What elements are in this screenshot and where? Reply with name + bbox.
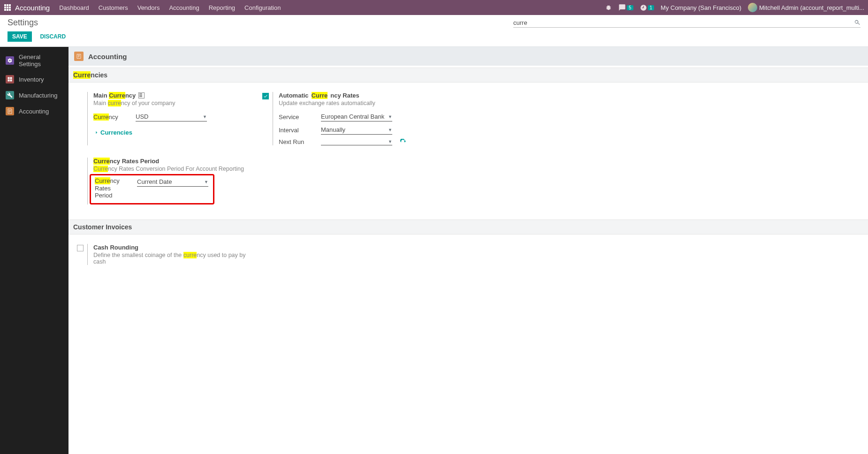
sidebar-item-inventory[interactable]: Inventory: [0, 71, 69, 87]
main-currency-title: Main Currency: [93, 92, 259, 99]
avatar-icon: [748, 3, 757, 12]
sidebar-label-general: General Settings: [19, 53, 63, 68]
cash-rounding-checkbox[interactable]: [77, 245, 84, 251]
nav-configuration[interactable]: Configuration: [244, 4, 281, 11]
sidebar-label-inventory: Inventory: [19, 76, 44, 83]
chevron-down-icon: ▼: [388, 139, 392, 144]
auto-rates-title: Automatic Currency Rates: [279, 92, 461, 99]
chevron-down-icon: ▼: [204, 180, 208, 184]
nav-vendors[interactable]: Vendors: [137, 4, 160, 11]
app-brand[interactable]: Accounting: [15, 4, 50, 12]
service-select[interactable]: European Central Bank ▼: [321, 112, 392, 121]
settings-content: Accounting Currencies Main Currency Main…: [69, 47, 868, 454]
top-navbar: Accounting Dashboard Customers Vendors A…: [0, 0, 868, 15]
user-menu[interactable]: Mitchell Admin (account_report_multi...: [748, 3, 864, 12]
nav-customers[interactable]: Customers: [99, 4, 128, 11]
discard-button[interactable]: DISCARD: [35, 31, 70, 42]
boxes-icon: [6, 75, 14, 83]
auto-rates-desc: Update exchange rates automatically: [279, 100, 461, 106]
interval-select[interactable]: Manually ▼: [321, 125, 392, 135]
activities-badge: 1: [648, 5, 655, 10]
company-switcher[interactable]: My Company (San Francisco): [661, 4, 741, 11]
main-currency-desc: Main currency of your company: [93, 100, 259, 106]
control-panel: Settings SAVE DISCARD: [0, 15, 868, 47]
setting-auto-currency-rates: Automatic Currency Rates Update exchange…: [259, 90, 461, 147]
save-button[interactable]: SAVE: [8, 31, 32, 42]
section-currencies: Currencies: [69, 68, 868, 83]
rates-period-highlighted-field: CurrencyRates Period Current Date ▼: [90, 174, 214, 204]
ledger-icon: [6, 107, 14, 115]
rates-period-desc: Currency Rates Conversion Period For Acc…: [93, 166, 259, 172]
cash-rounding-title: Cash Rounding: [93, 244, 259, 251]
chevron-down-icon: ▼: [388, 114, 392, 119]
refresh-icon[interactable]: [400, 139, 406, 145]
chevron-down-icon: ▼: [203, 114, 207, 119]
currency-field-label: Currency: [93, 114, 136, 121]
service-label: Service: [279, 114, 321, 121]
app-header: Accounting: [69, 47, 868, 66]
settings-sidebar: General Settings Inventory Manufacturing…: [0, 47, 69, 454]
currency-select[interactable]: USD ▼: [136, 112, 207, 121]
bug-icon[interactable]: [605, 4, 612, 11]
nav-menu: Dashboard Customers Vendors Accounting R…: [59, 4, 605, 11]
chevron-down-icon: ▼: [388, 128, 392, 132]
rates-period-field-label: CurrencyRates Period: [95, 177, 123, 199]
nav-dashboard[interactable]: Dashboard: [59, 4, 89, 11]
sidebar-item-general[interactable]: General Settings: [0, 50, 69, 71]
section-customer-invoices: Customer Invoices: [69, 219, 868, 235]
accounting-app-icon: [74, 52, 84, 61]
activities-icon[interactable]: 1: [640, 4, 655, 11]
auto-rates-checkbox[interactable]: [262, 93, 269, 99]
apps-menu-icon[interactable]: [4, 4, 11, 11]
setting-main-currency: Main Currency Main currency of your comp…: [74, 90, 259, 147]
nextrun-label: Next Run: [279, 138, 321, 145]
rates-period-title: Currency Rates Period: [93, 158, 259, 165]
rates-period-select[interactable]: Current Date ▼: [137, 177, 208, 187]
sidebar-item-manufacturing[interactable]: Manufacturing: [0, 87, 69, 103]
search-input[interactable]: [513, 19, 854, 26]
sidebar-item-accounting[interactable]: Accounting: [0, 103, 69, 119]
nav-reporting[interactable]: Reporting: [209, 4, 235, 11]
nextrun-input[interactable]: ▼: [321, 138, 392, 145]
search-bar[interactable]: [513, 18, 860, 28]
sidebar-label-accounting: Accounting: [19, 108, 49, 115]
interval-label: Interval: [279, 127, 321, 134]
gear-icon: [6, 56, 14, 65]
setting-cash-rounding: Cash Rounding Define the smallest coinag…: [74, 242, 259, 267]
messages-badge: 5: [627, 5, 633, 10]
sidebar-label-manufacturing: Manufacturing: [19, 92, 57, 99]
search-icon[interactable]: [854, 19, 860, 26]
currencies-link[interactable]: Currencies: [93, 129, 132, 136]
setting-currency-rates-period: Currency Rates Period Currency Rates Con…: [74, 156, 259, 206]
app-title: Accounting: [88, 53, 127, 61]
cash-rounding-desc: Define the smallest coinage of the curre…: [93, 252, 259, 265]
company-icon: [138, 92, 145, 98]
nav-accounting[interactable]: Accounting: [169, 4, 199, 11]
page-title: Settings: [8, 18, 38, 28]
messages-icon[interactable]: 5: [618, 4, 633, 11]
wrench-icon: [6, 91, 14, 99]
user-name: Mitchell Admin (account_report_multi...: [759, 4, 864, 11]
